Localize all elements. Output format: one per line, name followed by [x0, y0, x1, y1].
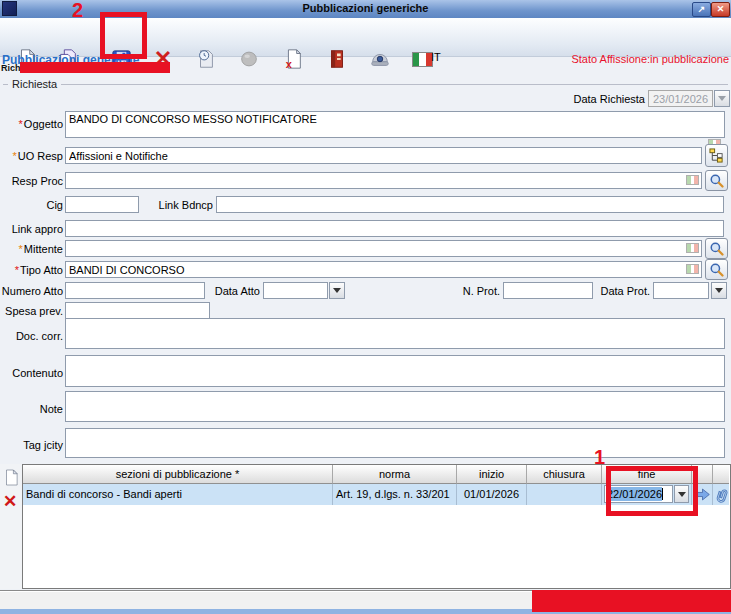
mittente-label: *Mittente — [0, 243, 63, 255]
cig-input[interactable] — [65, 196, 139, 213]
header-actions-2 — [713, 465, 729, 484]
data-richiesta-label: Data Richiesta — [545, 93, 645, 105]
data-prot-dropdown[interactable] — [711, 282, 727, 299]
group-legend: Richiesta — [8, 78, 61, 90]
mittente-search-button[interactable] — [705, 238, 728, 259]
spesa-prev-label: Spesa prev. — [0, 305, 63, 317]
archive-button[interactable] — [324, 45, 350, 73]
resp-proc-label: Resp Proc — [0, 175, 63, 187]
data-richiesta-input — [648, 90, 713, 107]
cell-norma[interactable]: Art. 19, d.lgs. n. 33/201 — [333, 484, 457, 505]
contenuto-textarea[interactable] — [65, 355, 725, 387]
annotation-number-2: 2 — [72, 0, 83, 22]
oggetto-label: *Oggetto — [0, 118, 63, 130]
mittente-input[interactable] — [65, 240, 702, 257]
link-bdncp-label: Link Bdncp — [145, 199, 213, 211]
annotation-box-fine-date — [606, 466, 698, 516]
annotation-box-save — [100, 12, 147, 59]
link-appro-label: Link appro — [0, 223, 63, 235]
tipo-atto-label: *Tipo Atto — [0, 264, 63, 276]
data-atto-input[interactable] — [263, 282, 328, 299]
search-icon — [709, 241, 724, 256]
resp-proc-flag-icon[interactable] — [686, 175, 699, 185]
link-appro-input[interactable] — [65, 220, 724, 237]
chevron-down-icon — [715, 288, 723, 293]
resp-proc-search-button[interactable] — [705, 170, 728, 191]
cig-label: Cig — [0, 199, 63, 211]
search-icon — [709, 173, 724, 188]
cell-chiusura[interactable] — [527, 484, 602, 505]
disabled-blob-icon — [238, 48, 260, 70]
annotation-redaction-tab — [20, 62, 170, 73]
cell-inizio[interactable]: 01/01/2026 — [457, 484, 527, 505]
tag-jcity-label: Tag jcity — [0, 439, 63, 451]
tipo-atto-input[interactable] — [65, 261, 702, 278]
close-button[interactable]: ✕ — [711, 2, 730, 17]
webcam-button[interactable] — [367, 45, 393, 73]
header-norma: norma — [333, 465, 457, 484]
camera-dome-icon — [369, 48, 391, 70]
data-prot-label: Data Prot. — [598, 285, 650, 297]
add-row-button[interactable] — [2, 467, 20, 487]
clock-document-icon — [195, 48, 217, 70]
cell-sezione[interactable]: Bandi di concorso - Bandi aperti — [23, 484, 333, 505]
paperclip-icon — [715, 487, 728, 503]
uo-resp-orgchart-button[interactable] — [705, 144, 728, 167]
red-book-icon — [326, 48, 348, 70]
contenuto-label: Contenuto — [0, 367, 63, 379]
header-sezioni: sezioni di pubblicazione * — [23, 465, 333, 484]
status-affissione: Stato Affissione:in pubblicazione — [571, 53, 729, 65]
doc-corr-textarea[interactable] — [65, 318, 725, 349]
tag-jcity-textarea[interactable] — [65, 428, 725, 458]
data-richiesta-dropdown — [714, 90, 730, 107]
numero-atto-input[interactable] — [65, 282, 205, 299]
chevron-down-icon — [718, 96, 726, 101]
note-textarea[interactable] — [65, 391, 725, 422]
tipo-atto-search-button[interactable] — [705, 259, 728, 280]
org-chart-icon — [709, 148, 724, 163]
note-label: Note — [0, 403, 63, 415]
document-remove-icon: x — [282, 48, 304, 70]
uo-resp-label: *UO Resp — [0, 150, 63, 162]
cell-attachment[interactable] — [713, 484, 729, 505]
language-label: IT — [431, 51, 441, 63]
stamp-button-disabled — [236, 45, 262, 73]
numero-atto-label: Numero Atto — [0, 285, 63, 297]
new-row-icon — [4, 469, 19, 486]
data-atto-dropdown[interactable] — [329, 282, 345, 299]
search-icon — [709, 262, 724, 277]
header-chiusura: chiusura — [527, 465, 602, 484]
data-atto-label: Data Atto — [210, 285, 260, 297]
chevron-down-icon — [333, 288, 341, 293]
delete-row-button[interactable]: ✕ — [0, 491, 20, 511]
link-bdncp-input[interactable] — [216, 196, 724, 213]
data-prot-input[interactable] — [653, 282, 709, 299]
italy-flag-icon — [412, 52, 433, 67]
annotation-redaction-statusbar — [532, 590, 731, 612]
remove-document-button[interactable]: x — [280, 45, 306, 73]
uo-resp-input[interactable] — [65, 147, 702, 164]
group-border — [3, 84, 728, 85]
n-prot-input[interactable] — [503, 282, 593, 299]
doc-corr-label: Doc. corr. — [0, 330, 63, 342]
n-prot-label: N. Prot. — [440, 285, 500, 297]
mittente-flag-icon[interactable] — [686, 243, 699, 253]
timestamp-button[interactable] — [193, 45, 219, 73]
app-window: Pubblicazioni generiche ↗ ✕ — [0, 0, 731, 614]
table-action-gutter: ✕ — [0, 464, 22, 589]
tipo-atto-flag-icon[interactable] — [686, 264, 699, 274]
annotation-number-1: 1 — [594, 446, 605, 469]
svg-text:x: x — [286, 58, 293, 70]
oggetto-textarea[interactable]: BANDO DI CONCORSO MESSO NOTIFICATORE — [65, 111, 725, 138]
resp-proc-input[interactable] — [65, 172, 702, 189]
maximize-button[interactable]: ↗ — [692, 2, 711, 17]
delete-x-icon: ✕ — [3, 491, 17, 512]
header-inizio: inizio — [457, 465, 527, 484]
spesa-prev-input[interactable] — [65, 302, 210, 319]
